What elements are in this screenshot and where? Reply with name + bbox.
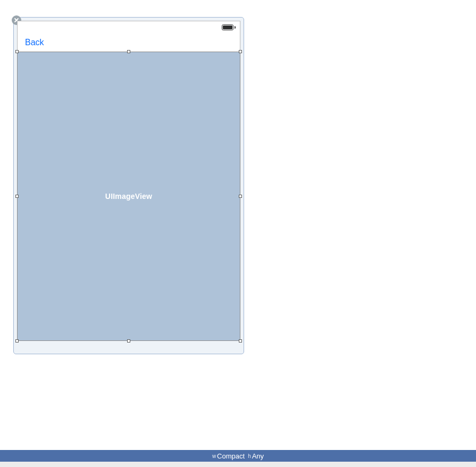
uiimageview[interactable]: UIImageView <box>17 52 240 341</box>
resize-handle-middle-left[interactable] <box>15 195 19 198</box>
width-prefix-label: w <box>212 453 216 459</box>
editor-bottom-strip <box>0 462 476 467</box>
back-button[interactable]: Back <box>25 38 44 47</box>
resize-handle-top-center[interactable] <box>127 50 130 53</box>
resize-handle-middle-right[interactable] <box>239 195 242 198</box>
height-value-label: Any <box>252 452 264 460</box>
height-prefix-label: h <box>248 453 251 459</box>
resize-handle-top-right[interactable] <box>239 50 242 53</box>
battery-icon <box>222 24 236 31</box>
imageview-placeholder-label: UIImageView <box>105 192 152 201</box>
navigation-bar: Back <box>17 21 240 52</box>
resize-handle-bottom-left[interactable] <box>15 339 19 343</box>
resize-handle-bottom-right[interactable] <box>239 339 242 343</box>
resize-handle-bottom-center[interactable] <box>127 339 130 343</box>
size-class-selector[interactable]: w Compact h Any <box>0 450 476 462</box>
resize-handle-top-left[interactable] <box>15 50 19 53</box>
width-value-label: Compact <box>217 452 245 460</box>
view-controller-scene[interactable]: Back UIImageView <box>13 17 244 354</box>
